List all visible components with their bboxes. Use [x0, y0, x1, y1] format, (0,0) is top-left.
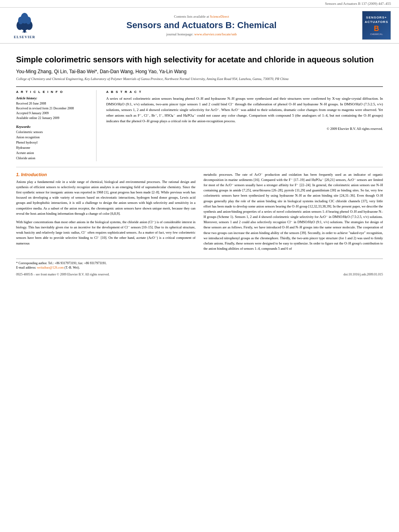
svg-point-5 — [18, 16, 23, 24]
journal-logo-right: SENSORS+ ACTUATORS B CHEMICAL — [360, 11, 393, 40]
corresponding-author-note: * Corresponding author. Tel.: +86 931797… — [16, 261, 383, 265]
contents-line: Contents lists available at ScienceDirec… — [47, 14, 356, 18]
issn-line: 0925-4005/$ – see front matter © 2009 El… — [16, 273, 110, 276]
article-info-col: A R T I C L E I N F O Article history: R… — [16, 90, 97, 161]
keywords-title: Keywords: — [16, 125, 90, 129]
body-left-col: 1. Introduction Anions play a fundamenta… — [16, 172, 195, 255]
article-title: Simple colorimetric sensors with high se… — [16, 54, 383, 65]
email-note: E-mail address: weitaibao@126.com (T.-B.… — [16, 266, 383, 269]
revised-date: Received in revised form 21 December 200… — [16, 106, 90, 111]
footer-bottom: 0925-4005/$ – see front matter © 2009 El… — [16, 273, 383, 276]
keyword-1: Colorimetric sensors — [16, 130, 90, 135]
authors: You-Ming Zhang, Qi Lin, Tai-Bao Wei*, Da… — [16, 69, 383, 74]
right-col-para-1: metabolic processes. The rate of AcO⁻ pr… — [204, 172, 383, 252]
keywords-section: Keywords: Colorimetric sensors Anion rec… — [16, 125, 90, 161]
main-content: Simple colorimetric sensors with high se… — [0, 44, 399, 284]
received-date: Received 20 June 2008 — [16, 101, 90, 106]
intro-para-2: With higher concentrations than most oth… — [16, 220, 195, 246]
body-content: 1. Introduction Anions play a fundamenta… — [16, 172, 383, 255]
article-info-abstract: A R T I C L E I N F O Article history: R… — [16, 86, 383, 161]
intro-heading: 1. Introduction — [16, 172, 195, 177]
journal-homepage: journal homepage: www.elsevier.com/locat… — [47, 32, 356, 36]
article-history: Article history: Received 20 June 2008 R… — [16, 96, 90, 121]
history-title: Article history: — [16, 96, 90, 100]
journal-citation: Sensors and Actuators B 137 (2009) 447–4… — [325, 2, 391, 6]
journal-citation-bar: Sensors and Actuators B 137 (2009) 447–4… — [0, 0, 399, 8]
homepage-link[interactable]: www.elsevier.com/locate/snb — [194, 32, 237, 36]
journal-title-block: Contents lists available at ScienceDirec… — [47, 14, 356, 36]
journal-logo-box: SENSORS+ ACTUATORS B CHEMICAL — [362, 11, 391, 40]
elsevier-logo: ELSEVIER — [6, 12, 43, 39]
email-suffix: (T.-B. Wei). — [64, 266, 80, 269]
keyword-6: Chloride anion — [16, 156, 90, 161]
keyword-5: Acetate anion — [16, 151, 90, 156]
available-date: Available online 22 January 2009 — [16, 116, 90, 120]
sciencedirect-link[interactable]: ScienceDirect — [210, 14, 229, 18]
affiliation: College of Chemistry and Chemical Engine… — [16, 77, 383, 82]
article-footer: * Corresponding author. Tel.: +86 931797… — [16, 259, 383, 276]
section-divider — [16, 167, 383, 167]
intro-para-1: Anions play a fundamental role in a wide… — [16, 179, 195, 216]
copyright-line: © 2009 Elsevier B.V. All rights reserved… — [106, 127, 383, 131]
abstract-text: A series of novel colorimetric anion sen… — [106, 96, 383, 124]
email-label: E-mail address: — [16, 266, 36, 269]
keyword-3: Phenol hydroxyl — [16, 140, 90, 145]
email-address: weitaibao@126.com — [37, 266, 64, 269]
keyword-2: Anion recognition — [16, 135, 90, 140]
doi-line: doi:10.1016/j.snb.2009.01.015 — [343, 273, 383, 276]
abstract-col: A B S T R A C T A series of novel colori… — [106, 90, 383, 161]
journal-header: ELSEVIER Contents lists available at Sci… — [0, 8, 399, 44]
abstract-label: A B S T R A C T — [106, 90, 383, 94]
elsevier-text: ELSEVIER — [14, 35, 35, 39]
svg-point-6 — [26, 16, 31, 24]
article-info-label: A R T I C L E I N F O — [16, 90, 90, 94]
keyword-4: Hydrazone — [16, 146, 90, 150]
body-right-col: metabolic processes. The rate of AcO⁻ pr… — [204, 172, 383, 255]
accepted-date: Accepted 9 January 2009 — [16, 111, 90, 115]
journal-name: Sensors and Actuators B: Chemical — [47, 20, 356, 31]
